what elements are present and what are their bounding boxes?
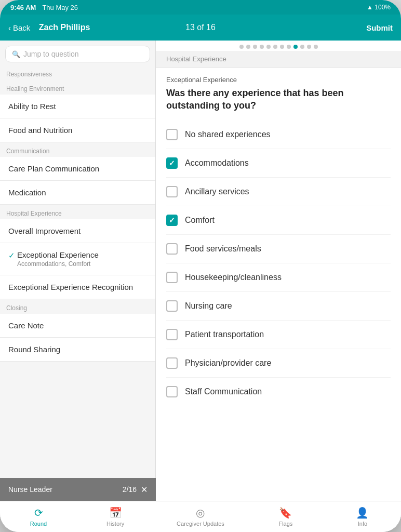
option-label-4: Food services/meals	[185, 244, 261, 254]
history-icon: 📅	[109, 507, 122, 519]
info-icon: 👤	[356, 507, 369, 519]
option-label-6: Nursing care	[185, 301, 232, 311]
nav-bar: ‹ Back Zach Phillips 13 of 16 Submit	[0, 15, 401, 41]
sidebar-item-label: Food and Nutrition	[8, 126, 72, 135]
checkbox-2[interactable]	[166, 186, 178, 197]
sidebar-item-label: Care Note	[8, 321, 44, 330]
checkbox-6[interactable]	[166, 300, 178, 312]
option-item-4[interactable]: Food services/meals	[166, 235, 391, 263]
sidebar-item-label: Round Sharing	[8, 345, 60, 354]
sidebar-item-label: Ability to Rest	[8, 102, 56, 111]
sidebar-item-label: Exceptional Experience Recognition	[8, 283, 133, 291]
status-time: 9:46 AM	[10, 4, 36, 11]
section-header-closing: Closing	[0, 299, 155, 314]
option-item-6[interactable]: Nursing care	[166, 292, 391, 321]
sidebar-item-label: Exceptional Experience	[17, 250, 99, 259]
check-mark-icon: ✓	[8, 251, 15, 260]
option-label-8: Physician/provider care	[185, 358, 271, 368]
main-content: 🔍 Jump to question Responsiveness Healin…	[0, 41, 401, 532]
sidebar-item-round-sharing[interactable]: Round Sharing	[0, 338, 155, 362]
checkbox-7[interactable]	[166, 329, 178, 340]
sidebar-item-care-note[interactable]: Care Note	[0, 314, 155, 338]
chevron-left-icon: ‹	[8, 23, 11, 32]
option-item-2[interactable]: Ancillary services	[166, 178, 391, 206]
submit-button[interactable]: Submit	[366, 23, 393, 32]
sidebar-item-label: Overall Improvement	[8, 227, 81, 235]
sidebar-item-ability-to-rest[interactable]: Ability to Rest	[0, 95, 155, 118]
sidebar-item-exceptional-experience[interactable]: ✓ Exceptional Experience Accommodations,…	[0, 243, 155, 275]
option-label-5: Housekeeping/cleanliness	[185, 273, 282, 282]
search-bar[interactable]: 🔍 Jump to question	[5, 46, 150, 62]
checkbox-9[interactable]	[166, 386, 178, 397]
section-header-hospital: Hospital Experience	[0, 205, 155, 219]
nurse-leader-bar: Nurse Leader 2/16 ✕	[0, 478, 156, 501]
option-item-1[interactable]: Accommodations	[166, 149, 391, 178]
nurse-bar-count: 2/16	[123, 485, 137, 494]
tab-history[interactable]: 📅 History	[100, 507, 131, 527]
search-icon: 🔍	[12, 50, 20, 58]
bottom-tab-bar: ⟳ Round 📅 History ◎ Caregiver Updates 🔖 …	[0, 501, 401, 532]
tab-caregiver-label: Caregiver Updates	[177, 521, 224, 527]
progress-dots	[156, 41, 401, 51]
back-button[interactable]: ‹ Back Zach Phillips	[8, 23, 90, 32]
tab-flags[interactable]: 🔖 Flags	[270, 507, 301, 527]
nurse-bar-label: Nurse Leader	[8, 485, 52, 494]
checkbox-8[interactable]	[166, 357, 178, 369]
checkbox-0[interactable]	[166, 129, 178, 140]
option-item-9[interactable]: Staff Communication	[166, 378, 391, 406]
dot-7	[280, 45, 284, 49]
option-item-7[interactable]: Patient transportation	[166, 321, 391, 349]
sidebar-item-overall[interactable]: Overall Improvement	[0, 219, 155, 243]
question-header: Exceptional Experience Was there any exp…	[156, 68, 401, 116]
dot-6	[273, 45, 277, 49]
section-header-responsiveness: Responsiveness	[0, 65, 155, 80]
wifi-icon: ▲ 100%	[367, 4, 391, 11]
option-label-7: Patient transportation	[185, 330, 264, 339]
nurse-bar-close-button[interactable]: ✕	[141, 485, 148, 495]
option-item-8[interactable]: Physician/provider care	[166, 349, 391, 378]
question-text: Was there any experience that has been o…	[166, 87, 391, 112]
tab-info[interactable]: 👤 Info	[347, 507, 378, 527]
option-item-5[interactable]: Housekeeping/cleanliness	[166, 263, 391, 292]
option-label-9: Staff Communication	[185, 387, 262, 396]
search-input[interactable]: Jump to question	[23, 50, 79, 58]
checkbox-4[interactable]	[166, 243, 178, 255]
sidebar-item-label: Care Plan Communication	[8, 164, 99, 173]
dot-4	[260, 45, 264, 49]
dot-10	[300, 45, 304, 49]
section-label: Hospital Experience	[156, 51, 401, 68]
dot-3	[253, 45, 257, 49]
status-bar: 9:46 AM Thu May 26 ▲ 100%	[0, 0, 401, 15]
tab-caregiver-updates[interactable]: ◎ Caregiver Updates	[177, 507, 224, 527]
sidebar-item-care-plan[interactable]: Care Plan Communication	[0, 157, 155, 181]
tab-history-label: History	[106, 521, 124, 527]
round-icon: ⟳	[34, 507, 43, 519]
dot-2	[246, 45, 250, 49]
sidebar-item-label: Medication	[8, 188, 46, 197]
checkbox-1[interactable]	[166, 157, 178, 169]
option-label-0: No shared experiences	[185, 130, 271, 139]
device-frame: 9:46 AM Thu May 26 ▲ 100% ‹ Back Zach Ph…	[0, 0, 401, 532]
checkbox-3[interactable]	[166, 215, 178, 226]
back-label: Back	[13, 23, 30, 32]
sidebar-item-sublabel: Accommodations, Comfort	[17, 260, 99, 268]
tab-round-label: Round	[30, 521, 47, 527]
sidebar-item-medication[interactable]: Medication	[0, 181, 155, 205]
tab-round[interactable]: ⟳ Round	[23, 507, 54, 527]
section-header-communication: Communication	[0, 142, 155, 157]
sidebar: 🔍 Jump to question Responsiveness Healin…	[0, 41, 156, 532]
user-name: Zach Phillips	[39, 23, 90, 32]
right-panel: Hospital Experience Exceptional Experien…	[156, 41, 401, 532]
checkbox-5[interactable]	[166, 272, 178, 283]
option-label-3: Comfort	[185, 216, 215, 225]
option-item-0[interactable]: No shared experiences	[166, 121, 391, 149]
sidebar-item-food-nutrition[interactable]: Food and Nutrition	[0, 118, 155, 142]
dot-8	[287, 45, 291, 49]
dot-12	[314, 45, 318, 49]
sidebar-item-exceptional-recognition[interactable]: Exceptional Experience Recognition	[0, 275, 155, 299]
dot-11	[307, 45, 311, 49]
question-category: Exceptional Experience	[166, 76, 391, 84]
tab-flags-label: Flags	[278, 521, 292, 527]
option-item-3[interactable]: Comfort	[166, 206, 391, 235]
dot-1	[239, 45, 244, 49]
